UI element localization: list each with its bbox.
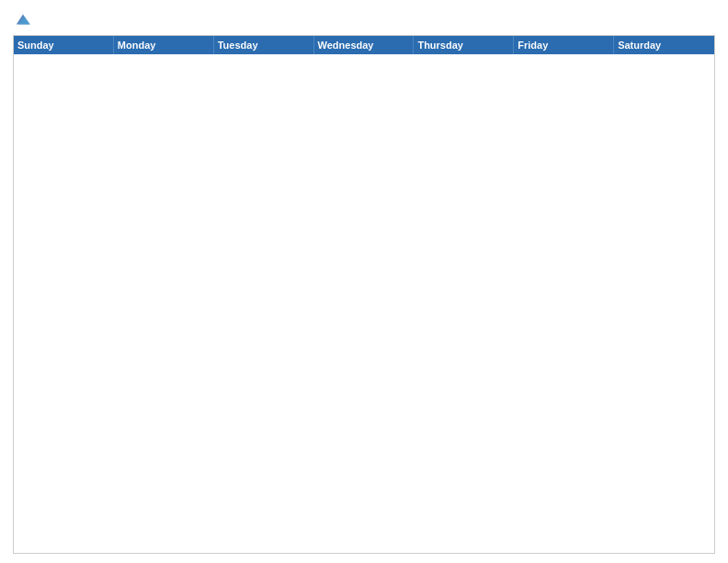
logo (13, 9, 31, 28)
calendar-header: SundayMondayTuesdayWednesdayThursdayFrid… (14, 36, 714, 54)
page-header (13, 9, 715, 28)
header-day-friday: Friday (514, 36, 614, 54)
header-day-tuesday: Tuesday (214, 36, 314, 54)
header-day-wednesday: Wednesday (314, 36, 415, 54)
calendar-page: SundayMondayTuesdayWednesdayThursdayFrid… (0, 0, 728, 563)
calendar-body (14, 54, 714, 553)
header-day-sunday: Sunday (14, 36, 114, 54)
header-day-thursday: Thursday (414, 36, 514, 54)
calendar: SundayMondayTuesdayWednesdayThursdayFrid… (13, 35, 715, 554)
logo-icon (15, 11, 31, 28)
header-day-saturday: Saturday (614, 36, 714, 54)
header-day-monday: Monday (114, 36, 214, 54)
